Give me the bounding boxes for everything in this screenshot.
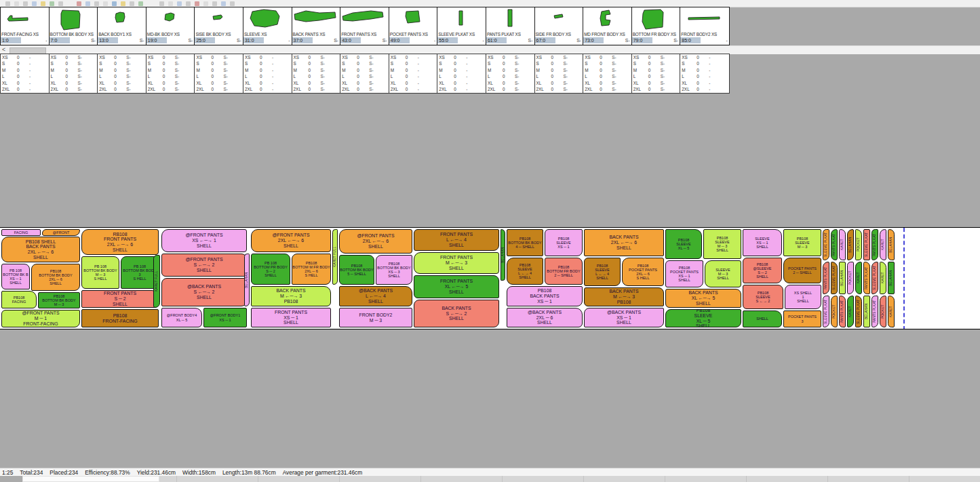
size-row[interactable]: L0- xyxy=(1,73,49,79)
toolbar-icon[interactable] xyxy=(168,1,173,6)
size-row[interactable]: 2XL0S- xyxy=(146,86,195,92)
pattern-thumb-2[interactable]: BOTTOM BK BODY XS7:0S- xyxy=(50,7,98,45)
size-row[interactable]: XL0S- xyxy=(583,80,631,86)
marker-piece[interactable]: BELAHAN xyxy=(839,262,846,294)
size-qty[interactable]: 0 xyxy=(454,87,456,92)
marker-piece[interactable]: SHELL xyxy=(743,310,782,327)
marker-piece[interactable]: PB108BOTTOM M FR BODY2XL ─ 6S HELL xyxy=(292,254,331,285)
pattern-index-count[interactable]: 55:0 xyxy=(437,37,458,43)
pattern-thumb-12[interactable]: SIDE FR BODY XS67:0S- xyxy=(535,7,584,45)
toolbar-icon[interactable] xyxy=(14,1,19,6)
size-row[interactable]: M0S- xyxy=(486,67,534,73)
size-qty[interactable]: 0 xyxy=(551,61,554,66)
size-row[interactable]: M0S- xyxy=(146,67,195,73)
size-qty[interactable]: 0 xyxy=(114,68,117,73)
size-qty[interactable]: 0 xyxy=(697,61,699,66)
pattern-index-count[interactable]: 25:0 xyxy=(195,37,215,43)
size-row[interactable]: XS0- xyxy=(680,54,729,60)
size-qty[interactable]: 0 xyxy=(600,87,602,92)
pattern-thumb-8[interactable]: FRONT PANTS XS43:0S- xyxy=(340,7,389,45)
size-qty[interactable]: 0 xyxy=(17,68,20,73)
marker-piece[interactable]: KARET xyxy=(880,229,886,260)
size-qty[interactable]: 0 xyxy=(551,87,554,92)
size-row[interactable]: M0S- xyxy=(50,67,98,73)
marker-piece[interactable]: FRONT PANTSS ─ 2SHELL xyxy=(81,290,159,308)
size-row[interactable]: XS0S- xyxy=(535,54,583,60)
marker-piece[interactable]: PANTS PLKAT xyxy=(871,296,878,327)
marker-piece[interactable]: RB108FRONT PANTS2XL ←─→ 6SHELL xyxy=(81,229,159,255)
toolbar-icon[interactable] xyxy=(195,1,199,6)
marker-piece[interactable]: PB108SLEEVEXL ─ 5 xyxy=(665,229,702,259)
size-qty[interactable]: 0 xyxy=(600,68,602,73)
marker-piece[interactable]: PB108POCKET PANTSXS ─ 1SHELL xyxy=(665,260,703,287)
size-qty[interactable]: 0 xyxy=(357,74,359,79)
size-row[interactable]: L0- xyxy=(680,73,729,79)
marker-piece[interactable]: @BACK PANTSXS ─ 1SHELL xyxy=(584,308,664,327)
size-qty[interactable]: 0 xyxy=(260,87,262,92)
size-qty[interactable]: 0 xyxy=(211,61,214,66)
size-qty[interactable]: 0 xyxy=(260,81,262,85)
size-row[interactable]: S0- xyxy=(437,60,486,66)
size-row[interactable]: S0- xyxy=(389,60,437,66)
size-qty[interactable]: 0 xyxy=(114,81,117,85)
marker-piece[interactable]: POCKET xyxy=(847,262,854,294)
marker-piece[interactable]: PB 108BOTTOM BK BODYM ─ 3S HELL xyxy=(81,256,119,289)
toolbar-icon[interactable] xyxy=(130,1,134,6)
marker-piece[interactable]: PB108BOTTOM BK BODYM ─ 3 xyxy=(38,292,80,308)
marker-piece[interactable]: KARET FULL xyxy=(332,229,338,285)
pattern-thumb-5[interactable]: SISE BK BODY XS25:0S- xyxy=(195,7,243,45)
pattern-thumb-13[interactable]: MD FRONT BODY XS73:0S- xyxy=(583,7,632,45)
size-qty[interactable]: 0 xyxy=(309,87,311,92)
marker-piece[interactable]: KARET xyxy=(839,229,846,260)
marker-piece[interactable]: BELAHAN xyxy=(244,254,250,306)
size-qty[interactable]: 0 xyxy=(697,74,699,79)
size-row[interactable]: M0S- xyxy=(292,67,340,73)
marker-piece[interactable]: PB 108BOTTOM PR BODYS ─ 2SHELL xyxy=(251,254,290,285)
size-row[interactable]: L0S- xyxy=(535,73,583,79)
size-qty[interactable]: 0 xyxy=(163,74,165,79)
size-row[interactable]: 2XL0S- xyxy=(583,86,631,92)
size-qty[interactable]: 0 xyxy=(697,55,699,60)
size-row[interactable]: S0S- xyxy=(98,60,146,66)
size-qty[interactable]: 0 xyxy=(17,81,20,85)
toolbar-icon[interactable] xyxy=(23,1,28,6)
pattern-index-count[interactable]: 49:0 xyxy=(389,37,410,43)
pattern-thumb-15[interactable]: FRONT BODY2 XS85:0- xyxy=(680,7,729,45)
size-row[interactable]: XS0S- xyxy=(340,54,389,60)
size-row[interactable]: L0S- xyxy=(583,73,631,79)
marker-piece[interactable]: PB108 SHELLBACK PANTS2XL ←─→ 6SHELL xyxy=(1,237,80,262)
marker-piece[interactable]: PB108BOTTOM BK BODY2XL ─ 6SHELL xyxy=(31,264,80,291)
size-qty[interactable]: 0 xyxy=(454,61,456,66)
marker-piece[interactable]: BELAHAN xyxy=(501,229,505,281)
size-qty[interactable]: 0 xyxy=(600,74,602,79)
marker-piece[interactable]: SLEEVE PLKAT xyxy=(863,229,870,260)
size-row[interactable]: M0S- xyxy=(535,67,583,73)
marker-piece[interactable]: PB108BOTTOM BK BODY4 ─ SHELL xyxy=(507,229,543,256)
size-qty[interactable]: 0 xyxy=(163,55,165,60)
size-row[interactable]: XS0- xyxy=(243,54,292,60)
marker-piece[interactable]: SLEEVE PLKAT xyxy=(823,296,829,327)
marker-piece[interactable]: FRONT PANTSXS ─ 1SHELL xyxy=(251,308,331,327)
scroll-left-arrow-icon[interactable]: < xyxy=(2,46,5,53)
marker-piece[interactable]: SLEEVE PLKAT xyxy=(871,262,878,294)
size-qty[interactable]: 0 xyxy=(114,55,117,60)
marker-piece[interactable]: @BACK PANTSS ←─→ 2SHELL xyxy=(161,278,247,306)
marker-piece[interactable]: POCKET PANTS3 xyxy=(783,310,821,327)
marker-piece[interactable]: KARET xyxy=(880,262,886,294)
size-row[interactable]: L0S- xyxy=(50,73,98,79)
size-row[interactable]: S0S- xyxy=(486,60,534,66)
size-row[interactable]: S0S- xyxy=(292,60,340,66)
size-row[interactable]: XS0- xyxy=(437,54,486,60)
pattern-thumb-14[interactable]: BOTTOM FR BODY XS79:0S- xyxy=(632,7,681,45)
size-qty[interactable]: 0 xyxy=(260,68,262,73)
marker-piece[interactable]: PANTS PLKAT xyxy=(871,229,878,260)
size-row[interactable]: 2XL0- xyxy=(389,86,437,92)
marker-piece[interactable]: PB108SLEEVEL ←→ 4SHELL xyxy=(507,258,543,285)
size-qty[interactable]: 0 xyxy=(211,74,214,79)
size-qty[interactable]: 0 xyxy=(648,61,651,66)
pattern-thumb-9[interactable]: POCKET PANTS XS49:0- xyxy=(389,7,438,45)
marker-piece[interactable]: @FRONT PANTS2XL ←─→ 6SHELL xyxy=(251,229,331,252)
size-row[interactable]: XL0S- xyxy=(146,80,195,86)
marker-piece[interactable]: @FRONT PANTSS ←─→ 2SHELL xyxy=(161,254,247,277)
size-qty[interactable]: 0 xyxy=(551,81,554,85)
